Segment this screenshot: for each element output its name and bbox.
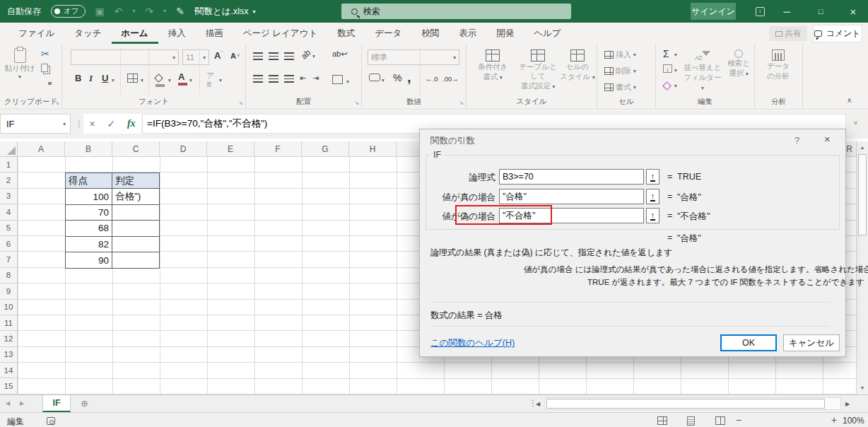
row-header-10[interactable]: 10 <box>0 300 17 315</box>
column-header-G[interactable]: G <box>302 141 349 157</box>
tab-draw[interactable]: 描画 <box>196 23 233 44</box>
number-dialog-launcher-icon[interactable]: ↘ <box>459 100 464 106</box>
table-cell[interactable]: 100 <box>66 189 112 204</box>
tab-formulas[interactable]: 数式 <box>327 23 365 44</box>
tab-file[interactable]: ファイル <box>8 23 64 44</box>
view-normal-icon[interactable] <box>657 416 667 425</box>
undo-icon[interactable]: ↶ <box>115 6 123 16</box>
table-cell[interactable] <box>112 252 159 268</box>
row-header-2[interactable]: 2 <box>0 172 17 188</box>
sort-filter-button[interactable]: AZ 並べ替えと フィルター ▾ <box>683 49 722 92</box>
orientation-icon[interactable]: ab <box>299 47 312 61</box>
name-box[interactable]: IF ▾ <box>0 114 71 134</box>
table-cell[interactable] <box>112 237 159 252</box>
tab-help[interactable]: ヘルプ <box>524 23 570 44</box>
horizontal-scroll-thumb[interactable] <box>546 399 825 409</box>
fill-icon[interactable]: ↓ <box>663 64 672 73</box>
fill-color-dropdown-icon[interactable]: ▾ <box>168 77 171 83</box>
view-page-break-icon[interactable] <box>715 416 725 425</box>
macro-record-icon[interactable] <box>47 417 55 425</box>
decrease-decimal-icon[interactable]: .00→ <box>442 75 459 83</box>
increase-indent-icon[interactable]: ⇥ <box>312 74 319 83</box>
function-help-link[interactable]: この関数のヘルプ(H) <box>430 337 515 349</box>
decrease-indent-icon[interactable]: ⇤ <box>300 74 306 83</box>
column-header-C[interactable]: C <box>112 141 160 157</box>
comma-style-icon[interactable]: , <box>407 69 411 86</box>
tab-developer[interactable]: 開発 <box>486 23 524 44</box>
align-right-icon[interactable] <box>284 75 294 83</box>
row-header-9[interactable]: 9 <box>0 283 17 299</box>
font-dialog-launcher-icon[interactable]: ↘ <box>238 100 243 106</box>
merge-center-icon[interactable] <box>332 75 343 84</box>
tab-review[interactable]: 校閲 <box>411 23 449 44</box>
redo-icon[interactable]: ↷ <box>145 6 153 16</box>
select-all-corner[interactable] <box>0 141 18 157</box>
dialog-help-icon[interactable]: ? <box>794 135 799 146</box>
column-header-D[interactable]: D <box>160 141 207 157</box>
format-cells-button[interactable]: 書式▾ <box>604 82 636 93</box>
collapse-dialog-button[interactable]: ↑ <box>646 208 659 223</box>
name-box-dropdown-icon[interactable]: ▾ <box>63 121 66 127</box>
align-center-icon[interactable] <box>269 75 278 83</box>
sheet-prev-icon[interactable]: ◀ <box>6 400 10 406</box>
table-cell[interactable] <box>112 205 159 221</box>
maximize-button[interactable]: □ <box>809 0 833 23</box>
table-cell[interactable]: 90 <box>66 252 112 268</box>
row-header-1[interactable]: 1 <box>0 157 17 172</box>
row-header-3[interactable]: 3 <box>0 189 17 204</box>
row-header-5[interactable]: 5 <box>0 221 17 236</box>
collapse-ribbon-icon[interactable]: ∧ <box>847 96 852 104</box>
paste-button[interactable]: 貼り付け ▾ <box>4 48 35 81</box>
row-header-11[interactable]: 11 <box>0 315 17 331</box>
table-header-cell[interactable]: 判定 <box>112 173 159 189</box>
table-cell[interactable]: 合格") <box>112 189 159 204</box>
ribbon-display-options-button[interactable]: ↑ <box>748 0 772 23</box>
row-header-15[interactable]: 15 <box>0 378 17 394</box>
currency-icon[interactable] <box>369 74 380 81</box>
cancel-button[interactable]: キャンセル <box>783 334 840 351</box>
tab-view[interactable]: 表示 <box>449 23 486 44</box>
font-color-icon[interactable]: A <box>178 72 187 86</box>
align-middle-icon[interactable] <box>269 52 278 60</box>
tab-data[interactable]: データ <box>365 23 411 44</box>
underline-button[interactable]: U <box>102 74 108 83</box>
tab-home[interactable]: ホーム <box>112 23 158 44</box>
align-top-icon[interactable] <box>253 52 263 60</box>
underline-dropdown-icon[interactable]: ▾ <box>112 77 115 83</box>
search-input[interactable]: 検索 <box>341 4 571 19</box>
align-left-icon[interactable] <box>253 75 263 83</box>
table-cell[interactable]: 70 <box>66 205 112 221</box>
clear-icon[interactable] <box>664 81 670 91</box>
cut-icon[interactable]: ✂ <box>41 48 49 59</box>
scroll-up-icon[interactable]: ▲ <box>857 145 868 150</box>
draw-touch-icon[interactable]: ✎ <box>176 6 184 16</box>
insert-function-icon[interactable]: fx <box>127 118 136 129</box>
italic-button[interactable]: I <box>89 74 93 83</box>
borders-dropdown-icon[interactable]: ▾ <box>141 77 143 83</box>
column-header-A[interactable]: A <box>18 141 65 157</box>
column-header-E[interactable]: E <box>207 141 254 157</box>
phonetic-guide-icon[interactable]: ア亜 <box>206 72 214 88</box>
shrink-font-icon[interactable]: A <box>230 52 236 60</box>
row-header-14[interactable]: 14 <box>0 363 17 378</box>
bold-button[interactable]: B <box>75 74 81 83</box>
table-cell[interactable] <box>112 221 159 236</box>
table-cell[interactable]: 82 <box>66 237 112 252</box>
column-header-H[interactable]: H <box>349 141 397 157</box>
cell-styles-button[interactable]: セルの スタイル ▾ <box>560 49 595 81</box>
currency-dropdown-icon[interactable]: ▾ <box>382 77 385 83</box>
grow-font-icon[interactable]: A <box>214 51 221 60</box>
delete-cells-button[interactable]: 削除▾ <box>604 66 636 76</box>
tab-insert[interactable]: 挿入 <box>158 23 196 44</box>
save-icon[interactable]: ▣ <box>95 6 105 16</box>
sheet-tab-if[interactable]: IF <box>42 395 71 412</box>
merge-dropdown-icon[interactable]: ▾ <box>346 78 349 85</box>
phonetic-dropdown-icon[interactable]: ▾ <box>219 77 222 83</box>
formula-bar-handle-icon[interactable]: ⋮ <box>75 119 83 129</box>
percent-icon[interactable]: % <box>393 72 401 83</box>
add-sheet-icon[interactable]: ⊕ <box>81 398 88 409</box>
comments-button[interactable]: コメント <box>813 25 862 42</box>
font-size-input[interactable]: 11▾ <box>182 49 209 65</box>
dialog-close-icon[interactable]: × <box>824 133 831 145</box>
insert-cells-button[interactable]: 挿入▾ <box>604 49 636 60</box>
